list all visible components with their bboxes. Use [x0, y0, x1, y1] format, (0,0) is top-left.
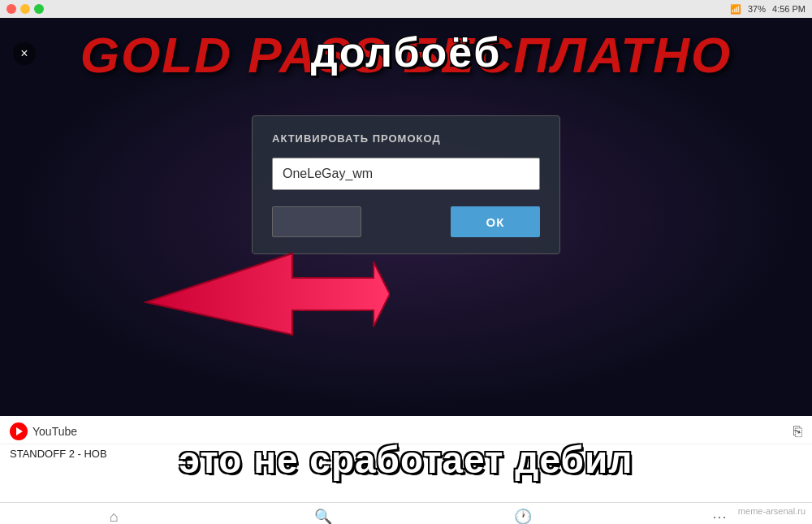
- wifi-icon: 📶: [730, 4, 741, 15]
- youtube-icon: [10, 422, 28, 440]
- bottom-bar: YouTube ⎘ STANDOFF 2 - НОВ это не сработ…: [0, 416, 812, 524]
- window-controls: [6, 4, 44, 14]
- video-title-row: STANDOFF 2 - НОВ это не сработает дебил: [0, 444, 812, 493]
- nav-tabs: ⌂ Рекомендации 🔍 Поиск 🕐 Недавние ⋯ Ещё: [0, 502, 812, 524]
- share-icon[interactable]: ⎘: [793, 423, 802, 440]
- video-close-button[interactable]: ×: [13, 42, 36, 65]
- red-arrow: [130, 221, 390, 367]
- search-icon: 🔍: [314, 508, 332, 524]
- tab-recent[interactable]: 🕐 Недавние: [503, 508, 544, 524]
- tab-more[interactable]: ⋯ Ещё: [710, 508, 729, 524]
- minimize-button[interactable]: [20, 4, 30, 14]
- status-info: 📶 37% 4:56 PM: [730, 4, 806, 15]
- video-title: STANDOFF 2 - НОВ: [10, 448, 107, 460]
- dialog-title: АКТИВИРОВАТЬ ПРОМОКОД: [272, 132, 540, 145]
- home-icon: ⌂: [110, 509, 119, 525]
- tab-search[interactable]: 🔍 Поиск: [311, 508, 335, 524]
- youtube-row: YouTube ⎘: [0, 416, 812, 444]
- status-bar: 📶 37% 4:56 PM: [0, 0, 812, 18]
- battery-level: 37%: [748, 4, 766, 14]
- recent-icon: 🕐: [514, 508, 532, 524]
- video-area: × GOLD PASS БЕСПЛАТНО долбоёб АКТИВИРОВА…: [0, 18, 812, 416]
- maximize-button[interactable]: [34, 4, 44, 14]
- youtube-logo[interactable]: YouTube: [10, 422, 77, 440]
- close-button[interactable]: [6, 4, 16, 14]
- meme-text-top: долбоёб: [0, 28, 812, 76]
- more-icon: ⋯: [712, 508, 727, 524]
- svg-marker-0: [146, 253, 390, 335]
- promo-input[interactable]: OneLeGay_wm: [272, 158, 540, 190]
- meme-text-bottom: это не сработает дебил: [0, 438, 812, 482]
- watermark: meme-arsenal.ru: [738, 506, 806, 516]
- ok-button[interactable]: ОК: [451, 206, 540, 237]
- clock: 4:56 PM: [772, 4, 806, 14]
- tab-recommendations[interactable]: ⌂ Рекомендации: [84, 509, 145, 525]
- youtube-label: YouTube: [32, 425, 77, 438]
